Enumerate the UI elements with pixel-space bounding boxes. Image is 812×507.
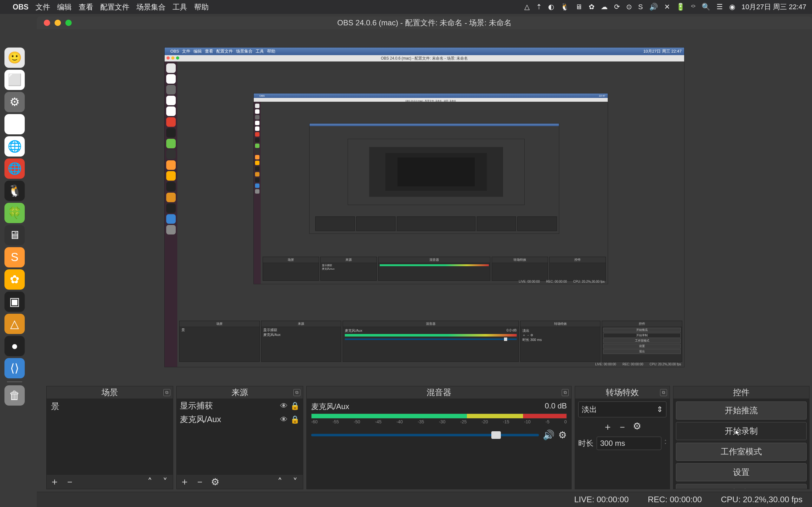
menu-tools[interactable]: 工具 [172,2,187,12]
bluetooth-icon[interactable]: ✕ [664,3,670,11]
start-recording-button[interactable]: 开始录制 [676,422,807,440]
source-item-display-capture[interactable]: 显示捕获 👁 🔒 [177,399,303,412]
display-capture-preview[interactable]: OBS文件编辑查看配置文件场景集合工具帮助10月27日 周三 22:47 OBS… [164,47,684,367]
transition-add-button[interactable]: ＋ [603,420,612,434]
duration-step-down[interactable]: ˅ [664,443,666,447]
dock-app-6[interactable]: 🐧 [4,181,25,201]
scene-remove-button[interactable]: － [65,475,74,488]
volume-icon[interactable]: 🔊 [649,3,658,11]
dock-app-14[interactable]: ⟨⟩ [4,358,25,378]
dock-app-7[interactable]: 🍀 [4,203,25,223]
control-center-icon[interactable]: ☰ [716,3,723,11]
mixer-popout-icon[interactable]: ⧉ [562,389,569,396]
menubar-status-icons: △ ⇡ ◐ 🐧 🖥 ✿ ☁︎ ⟳ ⊙ S 🔊 ✕ 🔋 ⌔ 🔍 ☰ ◉ 10月27… [524,2,806,12]
menu-edit[interactable]: 编辑 [57,2,72,12]
mixer-panel: 混音器 ⧉ 麦克风/Aux 0.0 dB -60-55-50-45-40-35-… [306,386,571,489]
window-maximize-button[interactable] [65,20,72,26]
chevron-updown-icon: ⇕ [657,405,663,414]
speaker-icon[interactable]: 🔊 [543,429,554,441]
sources-list[interactable]: 显示捕获 👁 🔒 麦克风/Aux 👁 🔒 [177,399,303,474]
sync-icon[interactable]: ⟳ [614,3,620,11]
transition-settings-button[interactable]: ⚙ [632,420,642,434]
scene-down-button[interactable]: ˅ [160,476,170,487]
window-close-button[interactable] [44,20,50,26]
dock-app-5[interactable]: 🌐 [4,158,25,179]
sources-panel: 来源 ⧉ 显示捕获 👁 🔒 麦克风/Aux 👁 🔒 [176,386,303,489]
duration-input[interactable]: 300 ms [597,437,661,450]
menubar-app-name[interactable]: OBS [13,3,29,11]
mac-dock: 🙂⬜⚙︎T🌐🌐🐧🍀🖥S✿▣△●⟨⟩🗑 [3,48,27,406]
studio-mode-button[interactable]: 工作室模式 [676,443,807,461]
flower-icon[interactable]: ✿ [589,3,595,11]
dock-app-0[interactable]: 🙂 [4,48,25,68]
scene-up-button[interactable]: ˄ [145,476,154,487]
settings-button[interactable]: 设置 [676,463,807,481]
preview-area[interactable]: OBS文件编辑查看配置文件场景集合工具帮助10月27日 周三 22:47 OBS… [37,29,812,385]
menu-view[interactable]: 查看 [79,2,93,12]
dock-app-8[interactable]: 🖥 [4,225,25,245]
scenes-list[interactable]: 景 [47,399,173,474]
lock-icon[interactable]: 🔒 [290,415,300,424]
mixer-channel-mic: 麦克风/Aux 0.0 dB -60-55-50-45-40-35-30-25-… [307,399,571,443]
source-settings-button[interactable]: ⚙ [210,476,220,487]
scene-add-button[interactable]: ＋ [50,475,59,488]
penguin-icon[interactable]: 🐧 [560,3,569,11]
dock-app-11[interactable]: ▣ [4,291,25,312]
source-add-button[interactable]: ＋ [180,475,189,488]
visibility-icon[interactable]: 👁 [280,401,288,410]
status-rec: REC: 00:00:00 [648,495,702,504]
mixer-header: 混音器 ⧉ [307,386,571,399]
sources-popout-icon[interactable]: ⧉ [293,389,300,396]
source-item-mic-aux[interactable]: 麦克风/Aux 👁 🔒 [177,412,303,426]
transition-remove-button[interactable]: － [618,420,627,434]
transition-select[interactable]: 淡出 ⇕ [578,401,666,417]
transitions-popout-icon[interactable]: ⧉ [660,389,667,396]
lock-icon[interactable]: 🔒 [290,401,300,410]
visibility-icon[interactable]: 👁 [280,415,288,424]
wifi-icon[interactable]: ⌔ [691,3,695,11]
siri-icon[interactable]: ◉ [729,3,735,11]
source-down-button[interactable]: ˅ [290,476,300,487]
sources-header: 来源 ⧉ [177,386,303,399]
status-cpu: CPU: 20.2%,30.00 fps [721,495,803,504]
channel-settings-icon[interactable]: ⚙ [558,429,567,441]
menubar-clock[interactable]: 10月27日 周三 22:47 [742,2,806,12]
upload-icon[interactable]: ⇡ [536,3,542,11]
window-title: OBS 24.0.6 (mac) - 配置文件: 未命名 - 场景: 未命名 [37,18,812,28]
start-streaming-button[interactable]: 开始推流 [676,401,807,419]
volume-slider-thumb[interactable] [491,431,501,439]
play-circle-icon[interactable]: ⊙ [626,3,632,11]
source-remove-button[interactable]: － [195,475,205,488]
dock-app-10[interactable]: ✿ [4,269,25,290]
menu-profile[interactable]: 配置文件 [100,2,130,12]
display-icon[interactable]: 🖥 [575,3,582,11]
dock-app-15[interactable]: 🗑 [4,385,25,406]
mixer-channel-level: 0.0 dB [545,401,567,412]
transitions-header: 转场特效 ⧉ [575,386,670,399]
cloud-icon[interactable]: ☁︎ [601,3,608,11]
vlc-icon[interactable]: △ [524,3,530,11]
menu-help[interactable]: 帮助 [194,2,209,12]
source-up-button[interactable]: ˄ [275,476,285,487]
spotlight-icon[interactable]: 🔍 [702,3,710,11]
menu-scene-collection[interactable]: 场景集合 [136,2,165,12]
scenes-popout-icon[interactable]: ⧉ [163,389,170,396]
exit-button[interactable]: 退出 [676,484,807,489]
scenes-header: 场景 ⧉ [47,386,173,399]
obs-window: OBS 24.0.6 (mac) - 配置文件: 未命名 - 场景: 未命名 O… [37,16,812,507]
menu-file[interactable]: 文件 [36,2,50,12]
dock-app-9[interactable]: S [4,247,25,268]
battery-icon[interactable]: 🔋 [676,3,685,11]
dock-app-4[interactable]: 🌐 [4,136,25,157]
dock-app-13[interactable]: ● [4,336,25,356]
window-titlebar[interactable]: OBS 24.0.6 (mac) - 配置文件: 未命名 - 场景: 未命名 [37,16,812,29]
input-icon[interactable]: S [638,3,643,11]
contrast-icon[interactable]: ◐ [548,3,554,11]
dock-app-3[interactable]: T [4,114,25,134]
dock-app-12[interactable]: △ [4,314,25,334]
dock-app-2[interactable]: ⚙︎ [4,92,25,112]
volume-slider[interactable] [311,434,539,436]
scene-item[interactable]: 景 [47,399,173,414]
dock-app-1[interactable]: ⬜ [4,70,25,90]
window-minimize-button[interactable] [55,20,61,26]
